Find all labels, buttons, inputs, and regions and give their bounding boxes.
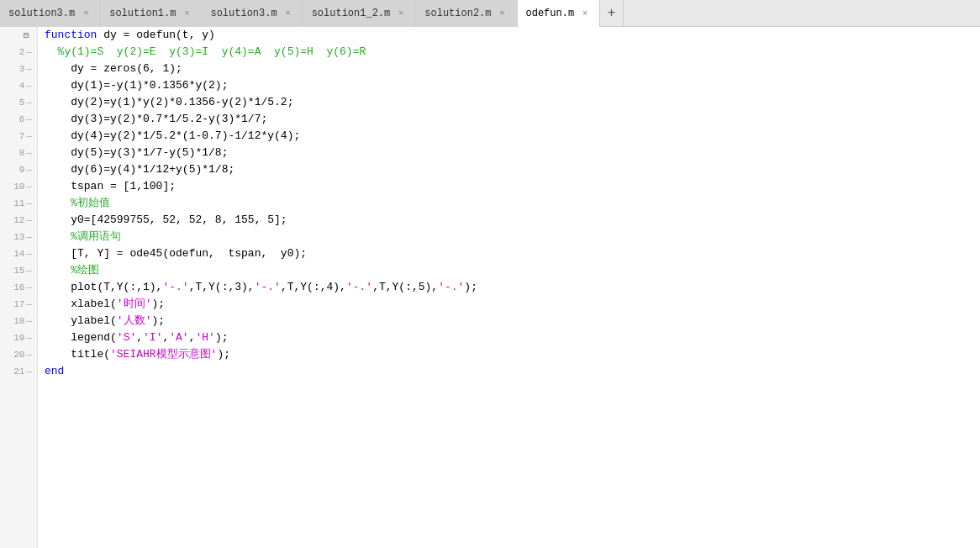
line-dash: — bbox=[26, 266, 32, 276]
line-dash: — bbox=[26, 97, 32, 108]
gutter-row: 18 — bbox=[0, 313, 37, 329]
code-line: dy(5)=y(3)*1/7-y(5)*1/8; bbox=[45, 145, 980, 161]
line-number: 12 bbox=[13, 215, 24, 225]
tab-label: solution3.m bbox=[8, 8, 75, 19]
code-line: %调用语句 bbox=[45, 229, 980, 245]
tab-close-button[interactable]: × bbox=[181, 8, 192, 19]
code-line: dy = zeros(6, 1); bbox=[45, 61, 980, 77]
line-number: 9 bbox=[19, 165, 25, 175]
token-plain: dy(6)=y(4)*1/12+y(5)*1/8; bbox=[45, 161, 234, 178]
token-plain: plot(T,Y(:,1), bbox=[45, 279, 162, 296]
line-number-gutter: ⊟2 —3 —4 —5 —6 —7 —8 —9 —10 —11 —12 —13 … bbox=[0, 27, 38, 548]
gutter-row: 5 — bbox=[0, 94, 37, 111]
token-kw: end bbox=[45, 363, 64, 380]
tab-close-button[interactable]: × bbox=[395, 8, 407, 19]
gutter-row: 14 — bbox=[0, 245, 37, 262]
token-plain: dy = odefun( bbox=[103, 27, 182, 44]
gutter-row: 8 — bbox=[0, 145, 37, 161]
line-number: 17 bbox=[13, 299, 24, 309]
line-dash: — bbox=[26, 316, 32, 326]
token-string: '-.' bbox=[346, 279, 372, 296]
line-dash: — bbox=[26, 249, 32, 259]
token-string: 'H' bbox=[195, 329, 214, 346]
tab-close-button[interactable]: × bbox=[579, 8, 591, 19]
code-line: legend('S','I','A','H'); bbox=[45, 329, 980, 346]
line-number: 10 bbox=[13, 182, 24, 192]
code-line: dy(6)=y(4)*1/12+y(5)*1/8; bbox=[45, 161, 980, 178]
token-plain: ,T,Y(:,4), bbox=[281, 279, 346, 296]
tab-bar: solution3.m×solution1.m×solution3.m×solu… bbox=[0, 0, 980, 27]
token-plain: , bbox=[162, 329, 169, 346]
code-line: function dy = odefun(t, y) bbox=[45, 27, 980, 44]
token-string: '时间' bbox=[117, 296, 152, 313]
token-plain: dy(5)=y(3)*1/7-y(5)*1/8; bbox=[45, 145, 228, 161]
tab-tab-sol3-1[interactable]: solution3.m× bbox=[0, 0, 101, 27]
token-comment: %初始值 bbox=[45, 195, 110, 212]
token-plain: title( bbox=[45, 346, 110, 363]
line-dash: — bbox=[26, 81, 32, 91]
fold-icon[interactable]: ⊟ bbox=[24, 30, 32, 40]
code-line: dy(1)=-y(1)*0.1356*y(2); bbox=[45, 77, 980, 94]
tab-tab-sol3-2[interactable]: solution3.m× bbox=[202, 0, 303, 27]
tab-close-button[interactable]: × bbox=[80, 8, 92, 19]
line-dash: — bbox=[26, 215, 32, 225]
token-plain: ); bbox=[151, 313, 165, 329]
token-string: 'A' bbox=[169, 329, 188, 346]
line-dash: — bbox=[26, 148, 32, 158]
code-line: %y(1)=S y(2)=E y(3)=I y(4)=A y(5)=H y(6)… bbox=[45, 44, 980, 61]
line-number: 20 bbox=[13, 350, 24, 360]
tab-close-button[interactable]: × bbox=[497, 8, 508, 19]
line-dash: — bbox=[26, 350, 32, 360]
token-string: '人数' bbox=[117, 313, 152, 329]
gutter-row: 4 — bbox=[0, 77, 37, 94]
token-plain: , bbox=[189, 329, 196, 346]
code-line: %初始值 bbox=[45, 195, 980, 212]
line-number: 19 bbox=[13, 333, 24, 343]
gutter-row: ⊟ bbox=[0, 27, 37, 44]
code-area[interactable]: function dy = odefun(t, y) %y(1)=S y(2)=… bbox=[38, 27, 980, 548]
line-number: 2 bbox=[19, 47, 25, 57]
tab-label: odefun.m bbox=[526, 8, 575, 19]
line-number: 11 bbox=[13, 198, 24, 208]
token-plain: legend( bbox=[45, 329, 117, 346]
line-number: 16 bbox=[13, 282, 24, 292]
token-plain: ,T,Y(:,5), bbox=[372, 279, 438, 296]
token-comment: %绘图 bbox=[45, 262, 99, 279]
code-line: %绘图 bbox=[45, 262, 980, 279]
token-comment: %调用语句 bbox=[45, 229, 121, 245]
tab-tab-sol2[interactable]: solution2.m× bbox=[416, 0, 517, 27]
line-number: 5 bbox=[19, 97, 25, 108]
token-plain: dy(3)=y(2)*0.7*1/5.2-y(3)*1/7; bbox=[45, 111, 267, 128]
gutter-row: 2 — bbox=[0, 44, 37, 61]
gutter-row: 19 — bbox=[0, 329, 37, 346]
tab-label: solution3.m bbox=[210, 8, 277, 19]
token-plain: ); bbox=[151, 296, 165, 313]
token-plain: dy(1)=-y(1)*0.1356*y(2); bbox=[45, 77, 228, 94]
add-tab-button[interactable]: + bbox=[600, 0, 624, 27]
code-line: y0=[42599755, 52, 52, 8, 155, 5]; bbox=[45, 212, 980, 229]
token-plain: y bbox=[202, 27, 208, 44]
line-number: 4 bbox=[19, 81, 25, 91]
line-number: 6 bbox=[19, 114, 25, 124]
token-plain: ) bbox=[208, 27, 215, 44]
code-line: ylabel('人数'); bbox=[45, 313, 980, 329]
line-number: 13 bbox=[13, 232, 24, 242]
line-dash: — bbox=[26, 182, 32, 192]
token-string: '-.' bbox=[162, 279, 188, 296]
line-dash: — bbox=[26, 198, 32, 208]
tab-tab-sol1[interactable]: solution1.m× bbox=[101, 0, 202, 27]
token-plain: ylabel( bbox=[45, 313, 117, 329]
code-line: dy(3)=y(2)*0.7*1/5.2-y(3)*1/7; bbox=[45, 111, 980, 128]
code-line: title('SEIAHR模型示意图'); bbox=[45, 346, 980, 363]
line-dash: — bbox=[26, 47, 32, 57]
tab-close-button[interactable]: × bbox=[282, 8, 294, 19]
gutter-row: 12 — bbox=[0, 212, 37, 229]
tab-tab-odefun[interactable]: odefun.m× bbox=[518, 0, 601, 27]
token-plain: xlabel( bbox=[45, 296, 117, 313]
tab-tab-sol12[interactable]: solution1_2.m× bbox=[303, 0, 417, 27]
token-plain: t bbox=[182, 27, 189, 44]
code-line: dy(2)=y(1)*y(2)*0.1356-y(2)*1/5.2; bbox=[45, 94, 980, 111]
line-dash: — bbox=[26, 232, 32, 242]
line-dash: — bbox=[26, 131, 32, 141]
gutter-row: 7 — bbox=[0, 128, 37, 145]
